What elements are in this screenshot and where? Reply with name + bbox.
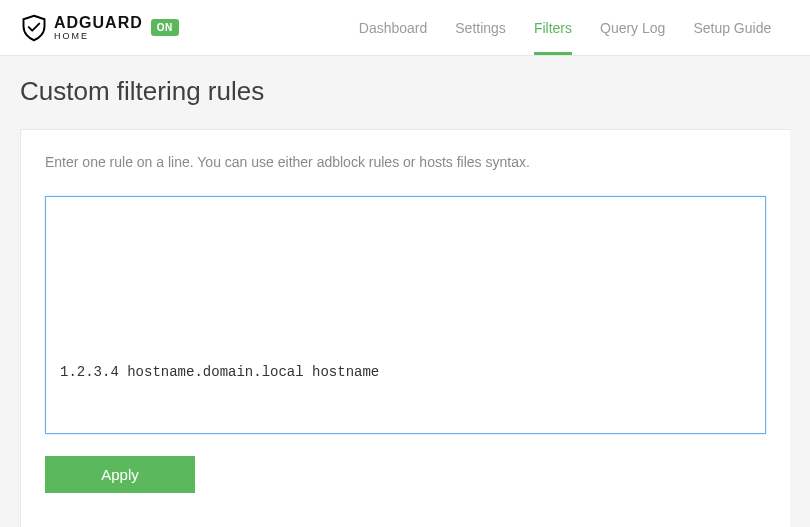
nav-filters[interactable]: Filters [534,0,572,55]
app-header: ADGUARD HOME ON Dashboard Settings Filte… [0,0,810,56]
instructions-text: Enter one rule on a line. You can use ei… [45,154,766,170]
page-title: Custom filtering rules [20,76,790,107]
logo[interactable]: ADGUARD HOME [20,14,143,42]
apply-button[interactable]: Apply [45,456,195,493]
nav-settings[interactable]: Settings [455,0,506,55]
main-nav: Dashboard Settings Filters Query Log Set… [359,0,771,55]
nav-query-log[interactable]: Query Log [600,0,665,55]
shield-check-icon [20,14,48,42]
rules-input[interactable]: 1.2.3.4 hostname.domain.local hostname [45,196,766,434]
page-content: Custom filtering rules Enter one rule on… [0,56,810,527]
rules-card: Enter one rule on a line. You can use ei… [20,129,790,527]
status-badge: ON [151,19,179,36]
nav-setup-guide[interactable]: Setup Guide [693,0,771,55]
brand-main: ADGUARD [54,15,143,31]
nav-dashboard[interactable]: Dashboard [359,0,428,55]
brand-sub: HOME [54,32,143,41]
logo-text: ADGUARD HOME [54,15,143,41]
